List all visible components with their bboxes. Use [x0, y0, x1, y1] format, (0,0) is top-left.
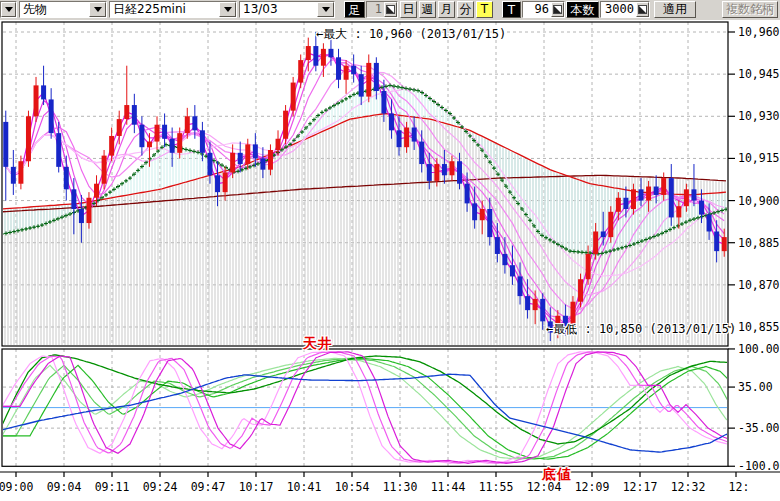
candle-down	[427, 164, 432, 181]
osc-axis-label: -100.00	[738, 459, 780, 473]
candle-down	[3, 122, 8, 167]
x-axis-label: 12:17	[623, 480, 658, 494]
spinner-icon[interactable]	[384, 2, 397, 17]
candle-down	[359, 74, 364, 96]
candle-up	[646, 187, 651, 201]
candle-down	[253, 144, 258, 158]
toolbar: 先物 日経225mini 13/03 足 1 日 週 月 分 T T 96 本数…	[0, 0, 780, 21]
candle-up	[578, 279, 583, 301]
count-input[interactable]: 96	[522, 1, 565, 18]
period-minute-button[interactable]: 分	[457, 1, 474, 18]
max-annotation: ←最大 : 10,960 (2013/01/15)	[316, 26, 506, 43]
mini-dropdown[interactable]	[0, 1, 17, 18]
chart-plot: 10,96010,94510,93010,91510,90010,88510,8…	[0, 20, 780, 501]
candle-down	[381, 91, 386, 113]
candle-up	[608, 212, 613, 237]
price-axis-label: 10,930	[738, 109, 780, 123]
total-input-value: 3000	[601, 2, 636, 17]
candle-down	[419, 142, 424, 164]
x-axis-label: 10:41	[287, 480, 322, 494]
candle-down	[207, 153, 212, 175]
candle-down	[374, 63, 379, 91]
candle-up	[283, 111, 288, 139]
period-tick-button[interactable]: T	[476, 1, 493, 18]
candle-up	[676, 206, 681, 217]
category-select[interactable]: 先物	[19, 1, 107, 18]
x-axis-label: 12:32	[671, 480, 706, 494]
candle-up	[366, 63, 371, 97]
candle-down	[487, 209, 492, 237]
period-day-button[interactable]: 日	[400, 1, 417, 18]
candle-down	[328, 49, 333, 57]
x-axis-label: 11:55	[479, 480, 514, 494]
candle-down	[49, 99, 54, 133]
candle-up	[321, 49, 326, 66]
candle-up	[616, 198, 621, 212]
candle-down	[397, 130, 402, 147]
spinner-icon[interactable]	[636, 2, 649, 17]
min-annotation: ←最低 : 10,850 (2013/01/15)	[546, 321, 736, 338]
symbol-select[interactable]: 日経225mini	[109, 1, 237, 18]
candle-down	[336, 57, 341, 79]
price-axis-label: 10,915	[738, 151, 780, 165]
contract-select[interactable]: 13/03	[239, 1, 335, 18]
candle-down	[351, 66, 356, 74]
candle-down	[412, 128, 417, 142]
candle-down	[540, 299, 545, 321]
apply-button[interactable]: 適用	[654, 1, 696, 18]
candle-up	[533, 299, 538, 310]
candle-down	[442, 164, 447, 175]
x-axis-label: 10:54	[335, 480, 370, 494]
candle-down	[260, 158, 265, 169]
candle-down	[64, 167, 69, 189]
candle-down	[170, 139, 175, 153]
dropdown-arrow-icon[interactable]	[219, 2, 236, 17]
candle-up	[434, 164, 439, 181]
candle-up	[86, 198, 91, 223]
app-window: 先物 日経225mini 13/03 足 1 日 週 月 分 T T 96 本数…	[0, 0, 780, 501]
candle-up	[18, 161, 23, 183]
total-input[interactable]: 3000	[600, 1, 650, 18]
candle-up	[449, 161, 454, 175]
dropdown-arrow-icon[interactable]	[89, 2, 106, 17]
candle-down	[132, 105, 137, 125]
candle-down	[669, 178, 674, 217]
price-axis-label: 10,855	[738, 320, 780, 334]
spinner-icon[interactable]	[551, 2, 564, 17]
candle-down	[41, 85, 46, 99]
candle-up	[117, 119, 122, 136]
candle-down	[601, 231, 606, 237]
candle-up	[109, 136, 114, 156]
candle-up	[722, 237, 727, 251]
candle-down	[654, 187, 659, 195]
candle-up	[661, 178, 666, 195]
x-axis-label: 09:04	[47, 480, 82, 494]
interval-input[interactable]: 1	[366, 1, 398, 18]
candle-up	[177, 133, 182, 153]
x-axis-label: 09:24	[143, 480, 178, 494]
price-axis-label: 10,870	[738, 278, 780, 292]
bar-type-label: 足	[344, 1, 365, 18]
candle-down	[518, 276, 523, 296]
dropdown-arrow-icon[interactable]	[317, 2, 334, 17]
candle-up	[480, 209, 485, 220]
price-axis-label: 10,945	[738, 67, 780, 81]
price-axis-label: 10,900	[738, 194, 780, 208]
candle-down	[714, 231, 719, 251]
candle-up	[276, 139, 281, 150]
multi-symbol-button[interactable]: 複数銘柄	[722, 1, 778, 18]
candle-down	[510, 265, 515, 276]
x-axis-label: 09:00	[0, 480, 33, 494]
candle-down	[79, 209, 84, 223]
x-axis-label: 11:44	[431, 480, 466, 494]
candle-down	[139, 125, 144, 147]
t-label: T	[502, 1, 521, 18]
candle-down	[11, 167, 16, 184]
osc-axis-label: 35.00	[738, 380, 773, 394]
dropdown-arrow-icon[interactable]	[1, 2, 16, 17]
candle-up	[124, 105, 129, 119]
period-month-button[interactable]: 月	[438, 1, 455, 18]
period-week-button[interactable]: 週	[419, 1, 436, 18]
contract-select-value: 13/03	[240, 2, 317, 17]
x-axis-label: 10:17	[239, 480, 274, 494]
